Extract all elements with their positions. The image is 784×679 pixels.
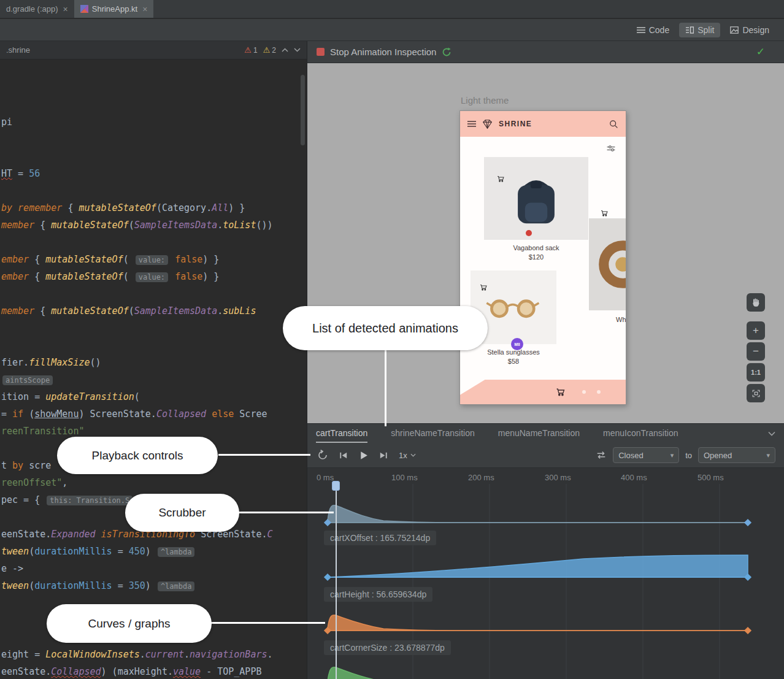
- kotlin-file-icon: [80, 5, 88, 13]
- code-text[interactable]: piHT = 56by remember { mutableStateOf(Ca…: [0, 59, 307, 679]
- to-state-dropdown[interactable]: Opened ▾: [698, 447, 775, 463]
- to-label: to: [685, 451, 692, 460]
- mode-label: Split: [698, 25, 714, 35]
- split-icon: [685, 26, 694, 34]
- callout-scrubber: Scrubber: [125, 494, 239, 532]
- close-icon[interactable]: ×: [142, 4, 147, 14]
- shrine-logo-icon: [481, 119, 494, 129]
- warning-icon: ⚠: [263, 45, 271, 55]
- cart-item-dot: [597, 390, 601, 394]
- editor-scrollbar[interactable]: [301, 75, 305, 145]
- tab-shrine-name-transition[interactable]: shrineNameTransition: [391, 424, 474, 443]
- prev-issue-icon[interactable]: [282, 48, 288, 52]
- product-price: $58: [471, 358, 556, 365]
- playback-speed-dropdown[interactable]: 1x: [399, 451, 416, 460]
- check-icon: ✓: [756, 45, 765, 58]
- shrine-app-preview[interactable]: SHRINE: [459, 110, 626, 405]
- code-line: aintsScope: [1, 374, 54, 386]
- filter-icon: [606, 144, 616, 153]
- cart-icon: [555, 386, 566, 397]
- scrubber-handle[interactable]: [332, 481, 340, 491]
- replay-button[interactable]: [315, 447, 331, 463]
- play-button[interactable]: [355, 447, 371, 463]
- product-name: Stella sunglasses: [471, 348, 556, 356]
- code-line: ition = updateTransition(: [1, 391, 140, 403]
- animation-tabs: cartTransition shrineNameTransition menu…: [307, 423, 784, 443]
- skip-to-start-button[interactable]: [335, 447, 351, 463]
- red-tag: [526, 230, 532, 236]
- code-line: e ->: [1, 562, 23, 575]
- zoom-to-fit-button[interactable]: [747, 384, 765, 402]
- stop-icon[interactable]: [317, 48, 325, 56]
- backpack-photo: [512, 171, 560, 227]
- design-preview-canvas[interactable]: Light theme SHRINE: [307, 63, 784, 423]
- zoom-out-button[interactable]: −: [747, 342, 765, 361]
- next-issue-icon[interactable]: [294, 48, 301, 52]
- product-name: Whit: [616, 316, 626, 323]
- add-to-cart-icon: [479, 283, 488, 291]
- code-line: tween(durationMillis = 350) ^lambda: [1, 580, 196, 592]
- code-icon: [637, 26, 645, 34]
- menu-icon: [467, 121, 476, 127]
- zoom-actual-size-button[interactable]: 1:1: [747, 363, 765, 382]
- skip-to-end-button[interactable]: [375, 447, 391, 463]
- swap-states-icon[interactable]: [596, 451, 607, 459]
- code-line: HT = 56: [1, 167, 40, 180]
- belt-photo: [596, 237, 626, 291]
- view-mode-design[interactable]: Design: [724, 23, 775, 37]
- refresh-icon[interactable]: [442, 47, 452, 57]
- keyframe-diamond: [744, 627, 751, 634]
- code-editor-pane[interactable]: .shrine ⚠ 1 ⚠ 2 piHT = 56by remember { m…: [0, 41, 307, 679]
- callout-connector: [218, 454, 310, 456]
- search-icon: [609, 119, 618, 129]
- animation-timeline[interactable]: 0 ms100 ms200 ms300 ms400 ms500 ms cartX…: [307, 467, 784, 679]
- theme-label: Light theme: [461, 95, 509, 105]
- animation-curve: [328, 667, 748, 679]
- chevron-down-icon: ▾: [766, 451, 770, 459]
- from-state-dropdown[interactable]: Closed ▾: [613, 447, 679, 463]
- curve-value-label: cartCornerSize : 23.678877dp: [324, 640, 451, 655]
- product-image: [589, 218, 626, 310]
- pan-tool-button[interactable]: [747, 293, 765, 312]
- callout-playback-controls: Playback controls: [57, 437, 218, 474]
- code-line: eight = LocalWindowInsets.current.naviga…: [1, 648, 273, 661]
- code-line: member { mutableStateOf(SampleItemsData.…: [1, 305, 256, 317]
- add-to-cart-icon: [496, 174, 505, 183]
- zoom-in-button[interactable]: +: [747, 321, 765, 340]
- playback-toolbar: 1x Closed ▾ to Opened ▾: [307, 443, 784, 467]
- tab-gradle[interactable]: d.gradle (:app) ×: [0, 0, 74, 18]
- chevron-down-icon[interactable]: [768, 431, 775, 436]
- code-line: t by scre: [1, 459, 51, 472]
- code-line: eenState.Collapsed) (maxHeight.value - T…: [1, 666, 261, 678]
- mode-label: Design: [742, 25, 769, 35]
- tab-menu-name-transition[interactable]: menuNameTransition: [498, 424, 580, 443]
- code-line: reenOffset",: [1, 477, 67, 489]
- design-icon: [730, 26, 739, 34]
- tab-menu-icon-transition[interactable]: menuIconTransition: [603, 424, 678, 443]
- code-line: by remember { mutableStateOf(Category.Al…: [1, 202, 245, 214]
- tab-shrineapp[interactable]: ShrineApp.kt ×: [74, 0, 154, 18]
- breadcrumb[interactable]: .shrine: [6, 45, 30, 55]
- curve-value-label: cartXOffset : 165.75214dp: [324, 531, 436, 545]
- animation-curve: [328, 615, 748, 631]
- shrine-appbar: SHRINE: [460, 111, 626, 137]
- stop-animation-inspection-button[interactable]: Stop Animation Inspection: [330, 47, 436, 57]
- warning-indicator[interactable]: ⚠ 2: [263, 45, 276, 55]
- cart-item-dot: [582, 390, 586, 394]
- tab-label: ShrineApp.kt: [92, 4, 137, 13]
- error-count: 1: [253, 46, 258, 55]
- code-line: ember { mutableStateOf( value: false) }: [1, 253, 219, 266]
- view-mode-split[interactable]: Split: [679, 23, 720, 37]
- error-indicator[interactable]: ⚠ 1: [244, 45, 257, 55]
- tab-cart-transition[interactable]: cartTransition: [316, 424, 367, 443]
- scrubber-line: [336, 483, 337, 679]
- curve-value-label: cartHeight : 56.659634dp: [324, 587, 432, 602]
- code-line: reenTransition": [1, 425, 84, 437]
- view-mode-code[interactable]: Code: [631, 23, 675, 37]
- close-icon[interactable]: ×: [63, 4, 68, 14]
- code-line: tween(durationMillis = 450) ^lambda: [1, 545, 196, 558]
- shrine-title: SHRINE: [499, 120, 532, 128]
- product-price: $120: [484, 253, 588, 261]
- keyframe-diamond: [324, 574, 331, 581]
- callout-curves-graphs: Curves / graphs: [47, 604, 212, 643]
